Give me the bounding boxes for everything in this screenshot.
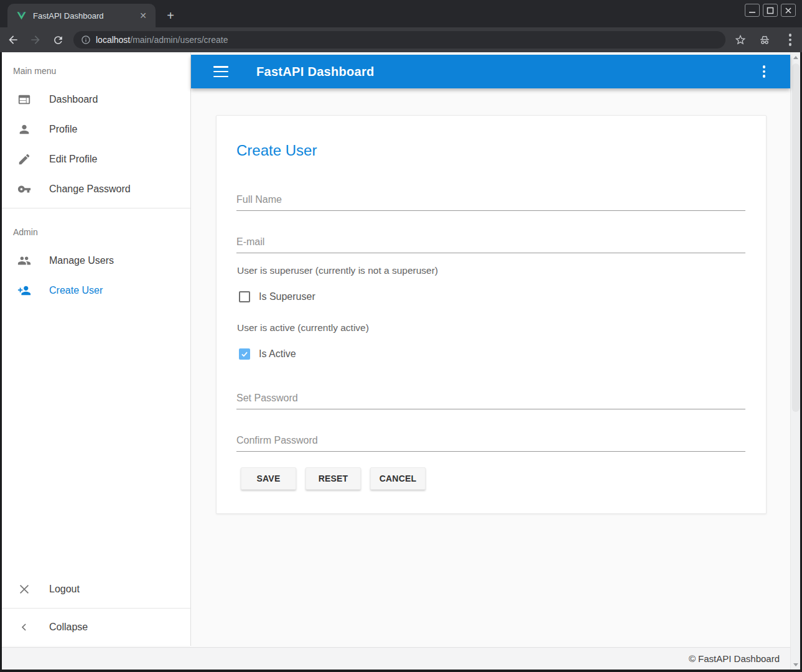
minimize-button[interactable]: [745, 4, 760, 17]
sidebar-item-label: Profile: [49, 124, 77, 135]
sidebar-divider: [2, 208, 190, 208]
key-icon: [17, 182, 32, 197]
tab-close-icon[interactable]: ✕: [137, 9, 149, 22]
sidebar-item-collapse[interactable]: Collapse: [2, 612, 190, 642]
tab-title: FastAPI Dashboard: [33, 11, 137, 21]
browser-toolbar: localhost/main/admin/users/create: [0, 27, 802, 52]
dashboard-icon: [17, 92, 32, 107]
sidebar-item-change-password[interactable]: Change Password: [2, 174, 190, 204]
scrollbar-down-arrow[interactable]: [791, 660, 801, 670]
maximize-button[interactable]: [763, 4, 778, 17]
superuser-hint: User is superuser (currently is not a su…: [237, 265, 438, 276]
person-icon: [17, 122, 32, 137]
sidebar-spacer: [2, 306, 190, 574]
email-field[interactable]: [236, 231, 745, 253]
create-user-card: Create User User is superuser (currently…: [216, 115, 767, 514]
toolbar-right: [734, 32, 798, 47]
people-icon: [17, 253, 32, 268]
sidebar-item-label: Edit Profile: [49, 154, 97, 165]
page-footer: © FastAPI Dashboard: [2, 647, 790, 670]
sidebar-item-label: Collapse: [49, 622, 88, 633]
close-window-button[interactable]: [781, 4, 796, 17]
sidebar-bottom: Logout Collapse: [2, 574, 190, 646]
sidebar-item-manage-users[interactable]: Manage Users: [2, 246, 190, 276]
sidebar-item-label: Logout: [49, 584, 80, 595]
is-active-checkbox[interactable]: Is Active: [239, 348, 296, 360]
app-title: FastAPI Dashboard: [256, 65, 375, 79]
page-viewport: Main menu Dashboard Profile Edit Profile: [2, 52, 800, 670]
sidebar-item-create-user[interactable]: Create User: [2, 276, 190, 306]
url-path: /main/admin/users/create: [130, 35, 228, 45]
browser-titlebar: FastAPI Dashboard ✕ +: [0, 0, 802, 27]
sidebar-item-logout[interactable]: Logout: [2, 574, 190, 604]
checkbox-label: Is Superuser: [259, 291, 315, 302]
scrollbar-up-arrow[interactable]: [791, 52, 801, 62]
browser-menu-kebab-icon[interactable]: [783, 32, 798, 47]
reset-button[interactable]: RESET: [305, 467, 361, 490]
sidebar-item-dashboard[interactable]: Dashboard: [2, 85, 190, 114]
sidebar-section-main-menu: Main menu: [2, 52, 190, 85]
page-scrollbar[interactable]: [790, 52, 800, 670]
sidebar-item-label: Manage Users: [49, 255, 114, 266]
incognito-icon: [758, 33, 772, 47]
is-superuser-checkbox[interactable]: Is Superuser: [239, 291, 315, 302]
app-menu-kebab-icon[interactable]: [757, 64, 772, 79]
reload-button[interactable]: [49, 30, 67, 49]
close-x-icon: [17, 582, 32, 597]
sidebar-item-label: Create User: [49, 285, 103, 296]
address-bar[interactable]: localhost/main/admin/users/create: [73, 31, 725, 49]
person-add-icon: [17, 283, 32, 298]
sidebar-item-label: Dashboard: [49, 94, 98, 105]
copyright-text: © FastAPI Dashboard: [689, 653, 780, 664]
app-bar: FastAPI Dashboard: [191, 55, 790, 88]
back-button[interactable]: [4, 30, 22, 49]
checkbox-label: Is Active: [259, 348, 296, 360]
sidebar: Main menu Dashboard Profile Edit Profile: [2, 52, 191, 646]
sidebar-item-label: Change Password: [49, 184, 131, 195]
browser-tab[interactable]: FastAPI Dashboard ✕: [7, 4, 156, 27]
full-name-field[interactable]: [236, 189, 745, 211]
checkbox-unchecked-icon[interactable]: [239, 291, 250, 302]
confirm-password-field[interactable]: [236, 430, 745, 452]
page-info-icon[interactable]: [81, 35, 91, 45]
vue-favicon-icon: [16, 11, 27, 21]
cancel-button[interactable]: CANCEL: [370, 467, 426, 490]
forward-button[interactable]: [26, 30, 45, 49]
save-button[interactable]: SAVE: [241, 467, 296, 490]
sidebar-section-admin: Admin: [2, 212, 190, 246]
bookmark-star-icon[interactable]: [734, 34, 747, 46]
sidebar-divider: [2, 608, 190, 609]
set-password-field[interactable]: [236, 388, 745, 409]
form-actions: SAVE RESET CANCEL: [241, 467, 426, 490]
chevron-left-icon: [17, 620, 32, 635]
sidebar-item-profile[interactable]: Profile: [2, 114, 190, 144]
url-text: localhost/main/admin/users/create: [96, 35, 228, 45]
page-title: Create User: [236, 142, 317, 159]
pencil-icon: [17, 152, 32, 167]
checkbox-checked-icon[interactable]: [239, 348, 250, 360]
sidebar-item-edit-profile[interactable]: Edit Profile: [2, 144, 190, 174]
scrollbar-thumb[interactable]: [792, 63, 800, 412]
active-hint: User is active (currently active): [237, 322, 369, 334]
browser-window: FastAPI Dashboard ✕ +: [0, 0, 802, 672]
window-controls: [745, 4, 796, 17]
new-tab-button[interactable]: +: [163, 9, 178, 24]
hamburger-menu-icon[interactable]: [213, 66, 228, 77]
url-host: localhost: [96, 35, 130, 45]
main-content: Create User User is superuser (currently…: [191, 88, 790, 647]
